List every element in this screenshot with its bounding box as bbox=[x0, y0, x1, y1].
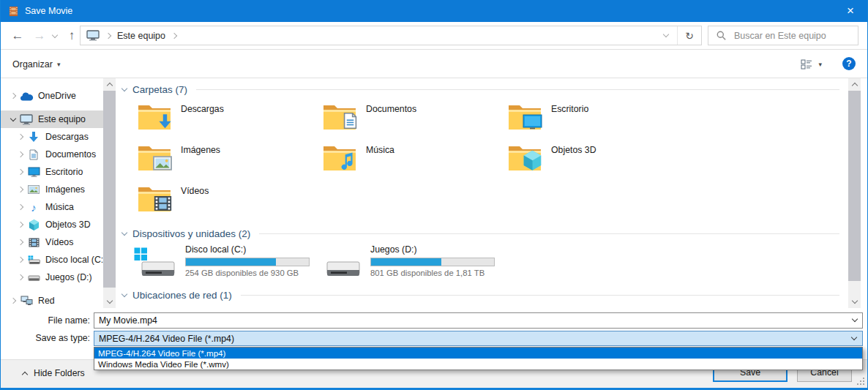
sidebar-item-documentos[interactable]: Documentos bbox=[1, 146, 103, 163]
scrollbar-track[interactable] bbox=[103, 91, 116, 296]
resize-grip[interactable] bbox=[857, 378, 864, 385]
sidebar-item-label: Descargas bbox=[45, 132, 89, 142]
organize-menu-button[interactable]: Organizar ▾ bbox=[12, 50, 60, 78]
sidebar-item-juegos-d[interactable]: Juegos (D:) bbox=[1, 269, 103, 286]
folder-3d-objects-icon bbox=[508, 143, 542, 171]
chevron-right-icon[interactable] bbox=[15, 222, 26, 227]
organize-label: Organizar bbox=[12, 59, 53, 70]
dropdown-option-wmv[interactable]: Windows Media Video File (*.wmv) bbox=[94, 359, 862, 370]
close-button[interactable]: × bbox=[834, 0, 867, 22]
folder-label: Imágenes bbox=[181, 143, 220, 184]
view-mode-button[interactable]: ▾ bbox=[801, 50, 822, 78]
sidebar-item-descargas[interactable]: Descargas bbox=[1, 128, 103, 146]
capacity-bar bbox=[185, 258, 310, 266]
collapse-group-icon[interactable] bbox=[121, 229, 127, 235]
back-button[interactable]: ← bbox=[8, 22, 27, 50]
sidebar-item-escritorio[interactable]: Escritorio bbox=[1, 163, 103, 181]
folder-tile-objetos-3d[interactable]: Objetos 3D bbox=[508, 143, 693, 184]
scroll-down-button[interactable] bbox=[848, 296, 861, 308]
save-movie-dialog: Save Movie × ← → ↑ Este equipo ↻ bbox=[0, 0, 868, 390]
drive-tile-disco-local-c[interactable]: Disco local (C:) 254 GB disponibles de 9… bbox=[134, 244, 319, 285]
file-list-pane: Carpetas (7) Descargas Documentos bbox=[116, 78, 848, 308]
sidebar-scrollbar[interactable] bbox=[103, 78, 116, 308]
chevron-right-icon[interactable] bbox=[8, 94, 18, 98]
scroll-down-button[interactable] bbox=[103, 296, 116, 308]
titlebar: Save Movie × bbox=[1, 0, 867, 22]
file-name-combo bbox=[94, 312, 863, 329]
scroll-up-button[interactable] bbox=[103, 78, 116, 91]
magnifier-icon bbox=[717, 31, 726, 40]
collapse-group-icon[interactable] bbox=[121, 290, 127, 296]
folder-tile-documentos[interactable]: Documentos bbox=[323, 102, 508, 143]
sidebar-item-label: Música bbox=[45, 202, 74, 212]
folder-tile-videos[interactable]: Vídeos bbox=[138, 184, 323, 225]
folder-music-icon bbox=[323, 143, 356, 171]
drive-name: Disco local (C:) bbox=[185, 244, 310, 255]
sidebar-item-label: Documentos bbox=[45, 149, 96, 160]
sidebar-item-label: Este equipo bbox=[38, 114, 86, 124]
computer-icon bbox=[86, 30, 100, 41]
address-bar[interactable]: Este equipo ↻ bbox=[80, 26, 702, 45]
hide-folders-button[interactable]: Hide Folders bbox=[23, 368, 85, 378]
details-view-icon bbox=[801, 59, 812, 70]
collapse-group-icon[interactable] bbox=[121, 85, 127, 91]
downloads-arrow-icon bbox=[26, 132, 42, 143]
chevron-right-icon[interactable] bbox=[15, 240, 26, 244]
scrollbar-track[interactable] bbox=[848, 91, 861, 296]
save-as-type-combobox[interactable]: MPEG-4/H.264 Video File (*.mp4) bbox=[94, 331, 863, 346]
breadcrumb-item-este-equipo[interactable]: Este equipo bbox=[111, 31, 172, 41]
folder-tile-descargas[interactable]: Descargas bbox=[138, 102, 323, 143]
folder-tile-escritorio[interactable]: Escritorio bbox=[508, 102, 693, 143]
chevron-down-icon[interactable] bbox=[8, 119, 18, 121]
navigation-bar: ← → ↑ Este equipo ↻ bbox=[1, 22, 867, 50]
sidebar-item-objetos-3d[interactable]: Objetos 3D bbox=[1, 216, 103, 233]
onedrive-cloud-icon bbox=[18, 91, 34, 101]
folder-label: Documentos bbox=[366, 102, 416, 143]
hard-drive-icon bbox=[319, 247, 360, 280]
file-list-scrollbar[interactable] bbox=[848, 78, 861, 308]
computer-icon bbox=[18, 114, 34, 125]
folder-tile-musica[interactable]: Música bbox=[323, 143, 508, 184]
filmstrip-icon bbox=[26, 238, 42, 247]
group-header-carpetas[interactable]: Carpetas (7) bbox=[122, 83, 839, 96]
scrollbar-thumb[interactable] bbox=[848, 91, 861, 281]
system-drive-icon bbox=[26, 255, 42, 265]
chevron-right-icon[interactable] bbox=[15, 135, 26, 139]
drive-tile-juegos-d[interactable]: Juegos (D:) 801 GB disponibles de 1,81 T… bbox=[319, 244, 504, 285]
help-button[interactable]: ? bbox=[842, 57, 856, 70]
scroll-up-button[interactable] bbox=[848, 78, 861, 91]
chevron-right-icon[interactable] bbox=[15, 205, 26, 209]
folder-tile-imagenes[interactable]: Imágenes bbox=[138, 143, 323, 184]
sidebar-item-onedrive[interactable]: OneDrive bbox=[1, 87, 103, 105]
chevron-right-icon[interactable] bbox=[15, 187, 26, 192]
group-header-dispositivos[interactable]: Dispositivos y unidades (2) bbox=[122, 227, 839, 240]
file-name-input[interactable] bbox=[94, 312, 863, 329]
chevron-right-icon[interactable] bbox=[15, 170, 26, 174]
drive-free-space: 801 GB disponibles de 1,81 TB bbox=[370, 269, 495, 277]
folder-label: Música bbox=[366, 143, 394, 184]
search-input[interactable] bbox=[733, 30, 858, 42]
capacity-bar-fill bbox=[186, 258, 276, 266]
refresh-button[interactable]: ↻ bbox=[677, 26, 701, 45]
up-button[interactable]: ↑ bbox=[62, 22, 81, 50]
chevron-right-icon[interactable] bbox=[8, 299, 18, 303]
toolbar: Organizar ▾ ▾ ? bbox=[1, 50, 867, 78]
dropdown-option-mp4[interactable]: MPEG-4/H.264 Video File (*.mp4) bbox=[94, 348, 862, 359]
chevron-right-icon[interactable] bbox=[15, 258, 26, 262]
sidebar-item-este-equipo[interactable]: Este equipo bbox=[1, 110, 103, 128]
sidebar-item-label: Escritorio bbox=[45, 167, 83, 177]
chevron-right-icon[interactable] bbox=[15, 275, 26, 280]
sidebar-item-red[interactable]: Red bbox=[1, 292, 103, 308]
movie-filmstrip-icon bbox=[8, 6, 19, 17]
recent-locations-button[interactable] bbox=[49, 22, 61, 50]
sidebar-item-videos[interactable]: Vídeos bbox=[1, 233, 103, 251]
sidebar-item-imagenes[interactable]: Imágenes bbox=[1, 181, 103, 198]
forward-button[interactable]: → bbox=[30, 22, 49, 50]
chevron-right-icon[interactable] bbox=[15, 152, 26, 157]
scrollbar-thumb[interactable] bbox=[103, 91, 116, 288]
address-dropdown-button[interactable] bbox=[655, 26, 677, 45]
search-box bbox=[708, 26, 858, 45]
sidebar-item-disco-local-c[interactable]: Disco local (C:) bbox=[1, 251, 103, 269]
sidebar-item-musica[interactable]: ♪ Música bbox=[1, 198, 103, 216]
group-header-ubicaciones[interactable]: Ubicaciones de red (1) bbox=[122, 288, 839, 301]
